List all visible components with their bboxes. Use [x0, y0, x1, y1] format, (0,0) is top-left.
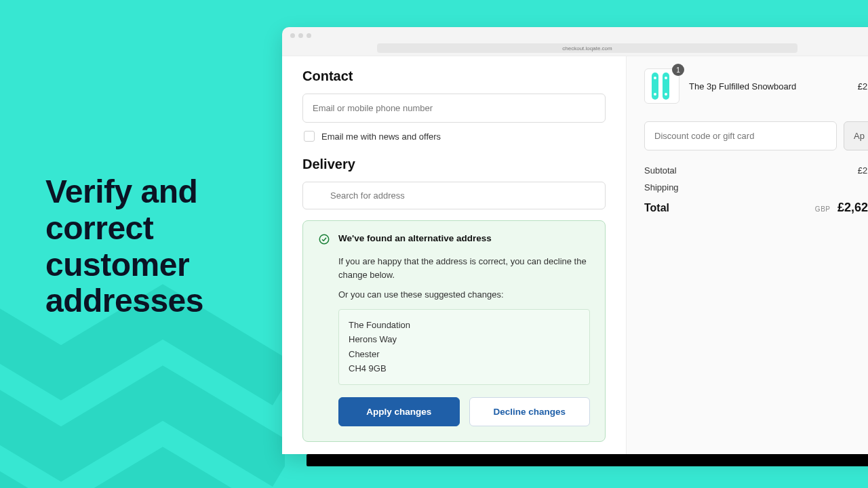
total-label: Total: [644, 202, 669, 214]
address-suggestion-panel: We've found an alternative address If yo…: [302, 220, 606, 442]
traffic-light-close[interactable]: [290, 33, 295, 38]
svg-point-5: [654, 77, 656, 79]
total-value: £2,629: [837, 201, 868, 214]
check-circle-icon: [318, 233, 330, 248]
window-shadow: [307, 454, 868, 466]
subtotal-value: £2,6: [858, 165, 868, 176]
apply-changes-button[interactable]: Apply changes: [338, 397, 460, 426]
apply-discount-button[interactable]: Ap: [844, 121, 868, 150]
contact-heading: Contact: [302, 68, 606, 84]
suggested-address: The Foundation Herons Way Chester CH4 9G…: [338, 309, 590, 385]
checkout-form: Contact Email or mobile phone number Ema…: [282, 56, 627, 454]
product-thumbnail: 1: [644, 68, 679, 104]
url-bar[interactable]: checkout.loqate.com: [377, 43, 797, 53]
address-search-placeholder: Search for address: [330, 190, 405, 201]
svg-point-2: [319, 235, 329, 244]
order-summary: 1 The 3p Fulfilled Snowboard £2,6 Discou…: [627, 56, 868, 454]
cart-qty-badge: 1: [672, 64, 684, 76]
product-name: The 3p Fulfilled Snowboard: [689, 81, 848, 92]
address-line: CH4 9GB: [349, 361, 580, 375]
address-line: The Foundation: [349, 318, 580, 332]
marketing-headline: Verify and correct customer addresses: [45, 174, 276, 319]
svg-point-8: [665, 93, 667, 96]
news-optin-checkbox[interactable]: [304, 131, 315, 142]
delivery-heading: Delivery: [302, 157, 606, 172]
news-optin-label: Email me with news and offers: [321, 131, 441, 142]
address-line: Chester: [349, 347, 580, 361]
url-text: checkout.loqate.com: [562, 45, 612, 52]
address-search-input[interactable]: Search for address: [302, 182, 606, 209]
decline-changes-button[interactable]: Decline changes: [469, 397, 591, 426]
window-titlebar: [282, 27, 868, 43]
suggestion-or-text: Or you can use these suggested changes:: [338, 289, 590, 300]
discount-code-input[interactable]: Discount code or gift card: [644, 121, 837, 150]
address-line: Herons Way: [349, 332, 580, 346]
cart-item: 1 The 3p Fulfilled Snowboard £2,6: [644, 68, 868, 104]
total-currency: GBP: [815, 205, 831, 213]
suggestion-body: If you are happy that the address is cor…: [338, 255, 590, 281]
svg-point-6: [654, 93, 656, 96]
svg-point-7: [665, 77, 667, 79]
suggestion-title: We've found an alternative address: [338, 233, 492, 243]
email-field[interactable]: Email or mobile phone number: [302, 94, 606, 123]
discount-placeholder: Discount code or gift card: [654, 131, 754, 141]
email-placeholder: Email or mobile phone number: [313, 103, 433, 113]
shipping-label: Shipping: [644, 182, 679, 192]
subtotal-label: Subtotal: [644, 165, 677, 176]
browser-window: checkout.loqate.com Contact Email or mob…: [282, 27, 868, 454]
traffic-light-min[interactable]: [298, 33, 303, 38]
product-price: £2,6: [858, 81, 868, 92]
traffic-light-max[interactable]: [307, 33, 311, 38]
